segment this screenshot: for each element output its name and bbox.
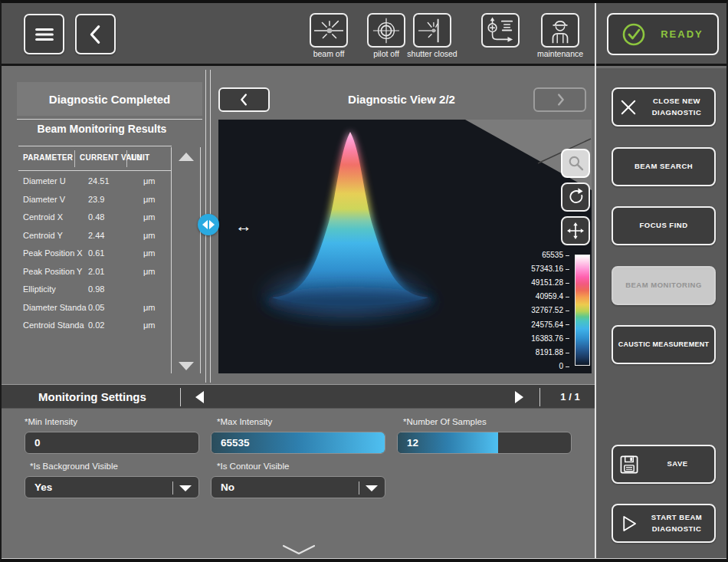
row-unit: μm <box>143 195 156 204</box>
dropdown-value: Yes <box>34 477 52 499</box>
splitter-left-arrow-icon <box>202 220 208 229</box>
row-param: Diameter Standa <box>23 303 87 312</box>
shutter-closed-button[interactable] <box>413 13 451 48</box>
row-unit: μm <box>143 231 156 240</box>
beam-off-button[interactable] <box>310 13 348 48</box>
top-toolbar: beam off pilot off <box>2 3 726 66</box>
row-value: 0.98 <box>88 284 104 294</box>
table-row: Peak Position Y 2.01 μm <box>2 264 170 282</box>
button-label: CLOSE NEW DIAGNOSTIC <box>644 96 710 118</box>
button-label: BEAM SEARCH <box>635 161 693 172</box>
row-value: 24.51 <box>88 176 110 186</box>
row-param: Diameter U <box>23 176 66 186</box>
dropdown-separator <box>172 481 173 495</box>
scrollbar-track-line <box>200 147 201 373</box>
beam-positioning-button[interactable] <box>481 13 520 48</box>
beam-off-label: beam off <box>313 49 345 58</box>
pan-move-icon <box>566 221 585 241</box>
is-contour-visible-dropdown[interactable]: No <box>211 476 385 498</box>
beam-search-button[interactable]: BEAM SEARCH <box>612 147 716 186</box>
column-separator <box>74 150 75 167</box>
table-row: Diameter Standa 0.05 μm <box>2 300 170 318</box>
menu-button[interactable] <box>24 14 64 54</box>
splitter-right-arrow-icon <box>209 220 215 229</box>
row-value: 0.48 <box>88 212 104 222</box>
min-intensity-value: 0 <box>34 432 41 454</box>
monitoring-settings-bar: Monitoring Settings 1 / 1 <box>2 384 597 409</box>
monitoring-settings-title: Monitoring Settings <box>38 385 146 409</box>
number-of-samples-slider[interactable]: 12 <box>397 432 572 454</box>
beam-positioning-tool <box>474 13 527 48</box>
play-icon <box>618 513 639 534</box>
table-row: Centroid Y 2.44 μm <box>2 228 170 246</box>
colorbar-tick: 8191.88 <box>508 348 569 357</box>
maintenance-label: maintenance <box>537 49 583 58</box>
hamburger-icon <box>31 21 57 48</box>
column-header-unit: UNIT <box>131 153 150 162</box>
scroll-down-button[interactable] <box>179 362 194 370</box>
table-row: Diameter V 23.9 μm <box>2 192 170 210</box>
results-title: Beam Monitoring Results <box>17 123 187 135</box>
plot-pan-button[interactable] <box>561 216 590 245</box>
chevron-down-icon <box>366 485 378 491</box>
beam-3d-plot[interactable]: ↔ <box>218 120 592 373</box>
horizontal-drag-cursor-icon: ↔ <box>235 216 252 236</box>
pilot-off-button[interactable] <box>367 13 405 48</box>
button-label: SAVE <box>645 458 710 469</box>
maintenance-button[interactable] <box>541 13 579 48</box>
caustic-measurement-button[interactable]: CAUSTIC MEASUREMENT <box>612 325 716 364</box>
bar-separator <box>539 388 540 406</box>
button-label: FOCUS FIND <box>639 220 687 231</box>
row-value: 0.05 <box>88 303 104 312</box>
pilot-off-label: pilot off <box>373 49 399 58</box>
is-background-visible-label: *Is Background Visible <box>30 462 118 471</box>
save-button[interactable]: SAVE <box>612 445 716 484</box>
button-label: START BEAM DIAGNOSTIC <box>644 512 710 534</box>
beam-base-shadow <box>264 287 436 317</box>
row-value: 0.02 <box>88 320 104 330</box>
plot-rotate-button[interactable] <box>561 182 590 212</box>
focus-find-button[interactable]: FOCUS FIND <box>612 206 716 245</box>
colorbar-tick: 65535 <box>508 251 569 259</box>
colorbar-tick: 0 <box>508 362 569 370</box>
collapse-settings-button[interactable] <box>277 543 320 557</box>
row-unit: μm <box>143 212 156 222</box>
previous-view-button[interactable] <box>218 87 270 112</box>
number-of-samples-label: *Number Of Samples <box>403 417 487 426</box>
scroll-up-button[interactable] <box>179 153 194 161</box>
min-intensity-slider[interactable]: 0 <box>25 432 199 454</box>
chevron-down-icon <box>277 543 320 557</box>
close-new-diagnostic-button[interactable]: CLOSE NEW DIAGNOSTIC <box>612 87 716 127</box>
shutter-closed-icon <box>415 16 449 45</box>
beam-monitoring-button[interactable]: BEAM MONITORING <box>612 266 716 305</box>
button-label: CAUSTIC MEASUREMENT <box>618 340 710 350</box>
maintenance-icon <box>546 16 575 45</box>
row-param: Centroid Standa <box>23 320 84 330</box>
colorbar-tick: 49151.28 <box>508 278 569 287</box>
view-title: Diagnostic View 2/2 <box>270 87 533 112</box>
beam-off-icon <box>312 16 346 45</box>
row-param: Peak Position Y <box>23 267 82 276</box>
panel-splitter-handle[interactable] <box>198 214 219 235</box>
next-view-button[interactable] <box>533 87 586 112</box>
row-unit: μm <box>143 320 156 330</box>
max-intensity-slider[interactable]: 65535 <box>211 432 385 454</box>
table-row: Peak Position X 0.61 μm <box>2 245 170 264</box>
colorbar-tick: 57343.16 <box>508 265 569 273</box>
back-button[interactable] <box>75 14 116 54</box>
beam-positioning-icon <box>484 16 517 45</box>
settings-page-next-button[interactable] <box>515 391 523 403</box>
divider-line <box>17 119 202 120</box>
beam-off-tool: beam off <box>302 13 356 58</box>
pilot-off-icon <box>369 16 403 45</box>
row-value: 2.01 <box>88 267 104 276</box>
beam-diagnostic-app: beam off pilot off <box>0 0 728 562</box>
plot-zoom-button[interactable] <box>561 149 590 178</box>
row-param: Centroid X <box>23 212 63 222</box>
settings-page-previous-button[interactable] <box>195 391 204 403</box>
colorbar-tick: 16383.76 <box>508 334 569 343</box>
button-label: BEAM MONITORING <box>625 280 702 291</box>
dropdown-separator <box>359 481 359 495</box>
is-background-visible-dropdown[interactable]: Yes <box>25 476 199 498</box>
start-beam-diagnostic-button[interactable]: START BEAM DIAGNOSTIC <box>612 504 716 543</box>
